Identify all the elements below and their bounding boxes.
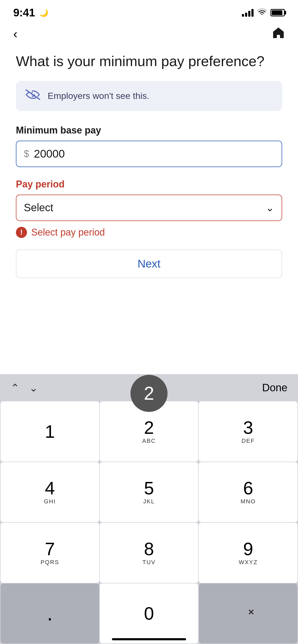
key-3[interactable]: 3 DEF — [199, 401, 297, 462]
key-2-bubble: 2 — [130, 375, 168, 412]
home-button[interactable] — [272, 26, 285, 41]
moon-icon: 🌙 — [39, 8, 48, 17]
key-delete[interactable] — [199, 583, 297, 644]
info-text: Employers won't see this. — [48, 91, 149, 101]
key-6[interactable]: 6 MNO — [199, 462, 297, 522]
key-8[interactable]: 8 TUV — [100, 523, 198, 583]
back-button[interactable]: ‹ — [13, 27, 17, 40]
home-indicator — [112, 638, 186, 640]
wifi-icon — [257, 8, 267, 17]
pay-period-select[interactable]: Select ⌄ — [16, 195, 282, 221]
key-1[interactable]: 1 — [1, 401, 99, 462]
key-dot[interactable]: . — [1, 583, 99, 644]
error-text: Select pay period — [31, 227, 105, 238]
battery-icon — [270, 9, 285, 16]
toolbar-arrow-up[interactable]: ⌃ — [11, 382, 20, 394]
next-button[interactable]: Next — [16, 250, 282, 278]
numeric-keyboard: 1 2 2 ABC 3 DEF 4 GHI 5 JKL 6 MNO 7 PQRS… — [0, 401, 298, 644]
pay-period-placeholder: Select — [24, 202, 53, 214]
min-base-pay-input-wrapper[interactable]: $ 20000 — [16, 141, 282, 167]
status-bar: 9:41 🌙 — [0, 0, 298, 23]
dollar-sign: $ — [24, 148, 29, 159]
pay-period-label: Pay period — [16, 179, 282, 190]
key-0[interactable]: 0 — [100, 583, 198, 644]
key-5[interactable]: 5 JKL — [100, 462, 198, 522]
error-message-container: Select pay period — [16, 227, 282, 238]
key-2[interactable]: 2 2 ABC — [100, 401, 198, 462]
toolbar-done-button[interactable]: Done — [262, 382, 287, 394]
key-7[interactable]: 7 PQRS — [1, 523, 99, 583]
status-time: 9:41 — [13, 6, 35, 19]
nav-bar: ‹ — [0, 23, 298, 47]
min-base-pay-value: 20000 — [34, 148, 274, 160]
signal-icon — [242, 9, 254, 17]
delete-icon — [239, 606, 257, 621]
hidden-icon — [25, 89, 40, 103]
main-content: What is your minimum pay preference? Emp… — [0, 47, 298, 278]
chevron-down-icon: ⌄ — [266, 202, 274, 214]
toolbar-arrows: ⌃ ⌄ — [11, 382, 38, 394]
status-icons — [242, 8, 285, 17]
key-4[interactable]: 4 GHI — [1, 462, 99, 522]
page-title: What is your minimum pay preference? — [16, 52, 282, 70]
key-9[interactable]: 9 WXYZ — [199, 523, 297, 583]
toolbar-arrow-down[interactable]: ⌄ — [29, 382, 38, 394]
min-base-pay-label: Minimum base pay — [16, 125, 282, 136]
info-box: Employers won't see this. — [16, 81, 282, 111]
next-button-label: Next — [138, 257, 160, 270]
error-icon — [16, 227, 27, 238]
